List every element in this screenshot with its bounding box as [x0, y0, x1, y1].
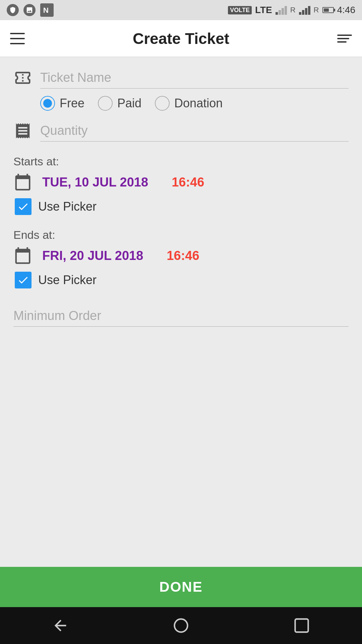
ends-at-use-picker-label: Use Picker [38, 273, 97, 287]
starts-at-date-row: TUE, 10 JUL 2018 16:46 [13, 173, 349, 192]
status-bar-right: VOLTE LTE R R 4:46 [228, 5, 355, 15]
menu-button[interactable] [10, 33, 25, 44]
start-date[interactable]: TUE, 10 JUL 2018 [42, 175, 148, 190]
starts-at-use-picker-checkbox[interactable] [15, 198, 32, 215]
ends-at-use-picker-row: Use Picker [15, 272, 349, 288]
done-label: DONE [159, 579, 202, 595]
volte-badge: VOLTE [228, 6, 252, 14]
radio-paid-label: Paid [117, 96, 141, 110]
radio-paid[interactable]: Paid [98, 96, 141, 111]
starts-at-label: Starts at: [13, 155, 349, 168]
signal-bars-2 [299, 5, 310, 15]
main-content: Free Paid Donation Starts at: [0, 57, 362, 567]
start-time[interactable]: 16:46 [172, 175, 204, 190]
done-button[interactable]: DONE [0, 567, 362, 607]
lte-label: LTE [255, 5, 272, 15]
end-date[interactable]: FRI, 20 JUL 2018 [42, 249, 143, 263]
minimum-order-input[interactable] [13, 305, 349, 327]
svg-rect-2 [295, 619, 308, 632]
starts-at-use-picker-row: Use Picker [15, 198, 349, 215]
app-bar: Create Ticket [0, 20, 362, 57]
minimum-order-row [13, 305, 349, 327]
time-display: 4:46 [337, 5, 356, 15]
radio-donation[interactable]: Donation [155, 96, 223, 111]
radio-donation-outer [155, 96, 170, 111]
calendar-icon-start [13, 173, 32, 192]
nav-bar [0, 607, 362, 644]
ends-at-date-row: FRI, 20 JUL 2018 16:46 [13, 246, 349, 265]
ends-at-use-picker-checkbox[interactable] [15, 272, 32, 288]
radio-paid-outer [98, 96, 113, 111]
starts-at-use-picker-label: Use Picker [38, 200, 97, 214]
svg-point-1 [175, 619, 188, 632]
radio-free-outer [40, 96, 55, 111]
page-title: Create Ticket [133, 30, 229, 48]
status-bar: N VOLTE LTE R R 4:46 [0, 0, 362, 20]
radio-free-inner [43, 99, 52, 108]
back-button[interactable] [49, 614, 72, 637]
notification-icon: N [40, 3, 54, 17]
image-icon [23, 4, 36, 16]
home-button[interactable] [169, 614, 193, 637]
radio-donation-label: Donation [174, 96, 223, 110]
status-bar-left: N [7, 3, 54, 17]
end-time[interactable]: 16:46 [167, 249, 199, 263]
recents-button[interactable] [290, 614, 313, 637]
receipt-icon [13, 121, 32, 140]
svg-text:N: N [43, 6, 49, 14]
calendar-icon-end [13, 246, 32, 265]
ends-at-label: Ends at: [13, 228, 349, 241]
radio-free-label: Free [60, 96, 84, 110]
quantity-row [13, 120, 349, 142]
quantity-input[interactable] [40, 120, 349, 142]
starts-at-section: Starts at: TUE, 10 JUL 2018 16:46 Use Pi… [13, 152, 349, 225]
ends-at-section: Ends at: FRI, 20 JUL 2018 16:46 Use Pick… [13, 225, 349, 299]
radio-free[interactable]: Free [40, 96, 84, 111]
battery-icon [322, 7, 334, 13]
ticket-icon [13, 68, 32, 87]
filter-button[interactable] [337, 35, 352, 43]
shield-icon [7, 4, 19, 16]
ticket-name-row [13, 67, 349, 89]
ticket-name-input[interactable] [40, 67, 349, 89]
ticket-type-radio-group: Free Paid Donation [40, 96, 349, 111]
signal-bars-1 [276, 5, 287, 15]
